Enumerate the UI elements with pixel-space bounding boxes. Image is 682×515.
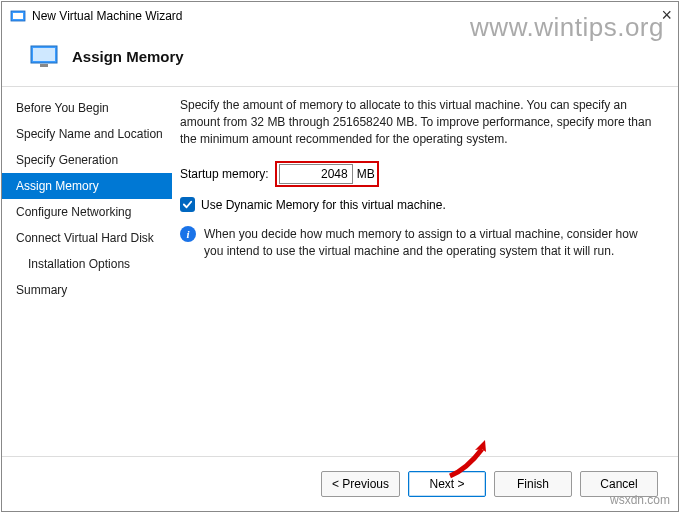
highlight-box: MB xyxy=(275,161,379,187)
content-area: Before You Begin Specify Name and Locati… xyxy=(2,87,678,447)
monitor-icon xyxy=(30,44,58,68)
startup-memory-input[interactable] xyxy=(279,164,353,184)
wizard-window: New Virtual Machine Wizard × www.wintips… xyxy=(1,1,679,512)
step-configure-networking[interactable]: Configure Networking xyxy=(2,199,172,225)
info-row: i When you decide how much memory to ass… xyxy=(180,226,654,260)
footer-divider xyxy=(2,456,678,457)
main-panel: Specify the amount of memory to allocate… xyxy=(172,87,678,447)
wizard-header: Assign Memory xyxy=(2,30,678,86)
step-before-you-begin[interactable]: Before You Begin xyxy=(2,95,172,121)
close-button[interactable]: × xyxy=(661,5,672,26)
titlebar: New Virtual Machine Wizard × xyxy=(2,2,678,30)
memory-unit: MB xyxy=(357,167,375,181)
svg-rect-4 xyxy=(40,64,48,67)
wizard-steps-sidebar: Before You Begin Specify Name and Locati… xyxy=(2,87,172,447)
startup-memory-label: Startup memory: xyxy=(180,167,269,181)
dynamic-memory-label: Use Dynamic Memory for this virtual mach… xyxy=(201,198,446,212)
startup-memory-row: Startup memory: MB xyxy=(180,161,654,187)
window-title: New Virtual Machine Wizard xyxy=(32,9,183,23)
page-title: Assign Memory xyxy=(72,48,184,65)
finish-button[interactable]: Finish xyxy=(494,471,572,497)
app-icon xyxy=(10,8,26,24)
step-summary[interactable]: Summary xyxy=(2,277,172,303)
step-assign-memory[interactable]: Assign Memory xyxy=(2,173,172,199)
step-specify-name[interactable]: Specify Name and Location xyxy=(2,121,172,147)
info-text: When you decide how much memory to assig… xyxy=(204,226,654,260)
step-specify-generation[interactable]: Specify Generation xyxy=(2,147,172,173)
memory-description: Specify the amount of memory to allocate… xyxy=(180,97,654,147)
dynamic-memory-row: Use Dynamic Memory for this virtual mach… xyxy=(180,197,654,212)
dynamic-memory-checkbox[interactable] xyxy=(180,197,195,212)
cancel-button[interactable]: Cancel xyxy=(580,471,658,497)
previous-button[interactable]: < Previous xyxy=(321,471,400,497)
wizard-footer: < Previous Next > Finish Cancel xyxy=(321,471,658,497)
svg-rect-1 xyxy=(13,13,23,19)
info-icon: i xyxy=(180,226,196,242)
svg-rect-3 xyxy=(33,48,55,61)
step-installation-options[interactable]: Installation Options xyxy=(2,251,172,277)
step-connect-vhd[interactable]: Connect Virtual Hard Disk xyxy=(2,225,172,251)
next-button[interactable]: Next > xyxy=(408,471,486,497)
